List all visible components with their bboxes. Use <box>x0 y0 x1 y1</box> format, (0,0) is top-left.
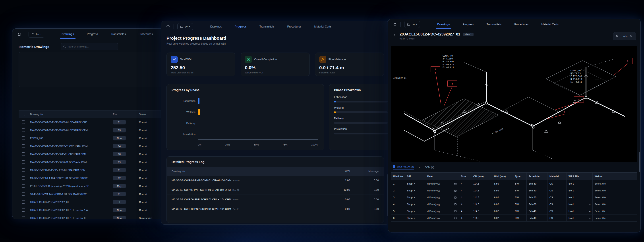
welder-select[interactable]: Select We <box>593 187 637 194</box>
close-icon[interactable]: × <box>418 166 420 169</box>
drawing-no-link[interactable]: 58-40-50 GMWA 145 NGDCv1 D1 G04 GWK0/TOW <box>30 193 113 195</box>
home-icon[interactable] <box>17 32 21 36</box>
scrollbar[interactable] <box>639 152 640 172</box>
od-cell: 114.3 <box>471 187 492 194</box>
sf-dropdown[interactable]: Shop▾ <box>407 210 415 212</box>
nav-tab[interactable]: Progress <box>463 19 474 30</box>
date-input[interactable]: dd/mm/yyyy <box>427 203 457 206</box>
nav-tab[interactable]: Procedures <box>514 19 528 30</box>
weld-flag[interactable]: 4 <box>560 109 570 115</box>
row-checkbox[interactable] <box>22 176 25 180</box>
nav-tab[interactable]: Transmittels <box>260 21 274 32</box>
nav-tab[interactable]: Material Certs <box>314 21 332 32</box>
search-input[interactable] <box>68 45 116 48</box>
tab-bom[interactable]: BOM (4) <box>424 166 434 169</box>
weld-flag[interactable]: 8 <box>574 96 584 102</box>
nav-tab[interactable]: Drawings <box>437 19 450 30</box>
welder-select[interactable]: Select We <box>593 201 637 208</box>
schedule-cell: Sch-80 <box>527 201 548 208</box>
row-checkbox[interactable] <box>22 192 25 196</box>
weld-row: 6 Shop▾ dd/mm/yyyy 4 114.3 6.02 BW Sch-4… <box>391 215 637 222</box>
drawing-no-link[interactable]: MA-36-SS-COM-30-P-BP-E0J0-01 CBC1/AIM CD… <box>30 153 113 156</box>
row-checkbox[interactable] <box>22 168 25 172</box>
date-input[interactable]: dd/mm/yyyy <box>427 182 457 185</box>
welder-select[interactable]: Select We <box>593 208 637 214</box>
drawing-no-link[interactable]: PD 01 GC-3500 O (operating) YE2 Regional… <box>30 185 113 187</box>
row-checkbox[interactable] <box>22 160 25 164</box>
nav-tab[interactable]: Progress <box>87 29 98 40</box>
date-input[interactable]: dd/mm/yyyy <box>427 196 457 199</box>
back-button[interactable] <box>392 33 396 37</box>
calendar-icon <box>454 203 457 206</box>
home-icon[interactable] <box>166 25 170 29</box>
row-checkbox[interactable] <box>22 200 25 204</box>
row-checkbox[interactable] <box>22 152 25 156</box>
select-all-checkbox[interactable] <box>22 113 25 116</box>
drawing-no-link[interactable]: MA-36-SS-COM-50-P-BP-01060-01 CDA1/ABK C… <box>30 121 113 124</box>
weld-row: 1 Shop▾ dd/mm/yyyy 4 114.3 8.56 BW Sch-8… <box>391 180 637 187</box>
folder-dropdown[interactable]: bo ▾ <box>28 31 44 38</box>
drawing-no-link[interactable]: 20JACL15U012-PDC-42390007_01_1_L_Iso No_… <box>30 209 113 211</box>
row-checkbox[interactable] <box>22 184 25 188</box>
sf-dropdown[interactable]: Shop▾ <box>407 189 415 192</box>
breakdown-track <box>334 111 388 113</box>
date-input[interactable]: dd/mm/yyyy <box>427 210 457 212</box>
drawing-no-link[interactable]: ML-36-SS-CPB-10-P-BP-LE00-81 BDA1/AIM OD… <box>30 169 113 171</box>
search-icon[interactable] <box>616 35 619 38</box>
sf-dropdown[interactable]: Shop▾ <box>407 196 415 199</box>
isometric-drawing-canvas[interactable]: COND. TO 2" LC350 N 282.891 E 100.670 EL… <box>391 46 637 162</box>
nav-tab[interactable]: Transmittels <box>486 19 502 30</box>
nav-tab[interactable]: Material Certs <box>541 19 558 30</box>
remove-wps-button[interactable]: – <box>589 217 590 219</box>
nav-tab[interactable]: Transmittles <box>111 29 126 40</box>
welder-select[interactable]: Select We <box>593 194 637 201</box>
nav-tab[interactable]: Drawings <box>210 21 222 32</box>
phase-breakdown-card: Phase Breakdown Fabrication Welding Deli… <box>329 84 390 150</box>
tab-wdi[interactable]: WDI (61.00.11) <box>393 165 414 169</box>
folder-dropdown[interactable]: by ▾ <box>177 23 193 30</box>
nav-tab[interactable]: Drawings <box>62 29 74 40</box>
welder-select[interactable]: Select We <box>593 180 637 187</box>
row-checkbox[interactable] <box>22 144 25 148</box>
weld-flag[interactable]: 5 <box>448 80 457 86</box>
row-checkbox[interactable] <box>22 216 25 219</box>
date-input[interactable]: dd/mm/yyyy <box>427 217 457 219</box>
sf-dropdown[interactable]: Shop▾ <box>407 203 415 206</box>
welder-select[interactable]: Select We <box>593 215 637 221</box>
row-checkbox[interactable] <box>22 120 25 124</box>
wall-cell: 8.56 <box>492 180 513 187</box>
nav-tab[interactable]: Procedures <box>287 21 302 32</box>
row-checkbox[interactable] <box>22 137 25 140</box>
folder-dropdown[interactable]: bo ▾ <box>404 21 420 28</box>
drawing-no-link[interactable]: MA-36-SS-COM-30-P-BP-E6R0-01 DBC1/AIM CD… <box>30 161 113 164</box>
weld-no-cell: 3 <box>391 194 405 201</box>
home-icon[interactable] <box>393 22 397 26</box>
weld-flag[interactable]: 1 <box>623 58 632 64</box>
remove-wps-button[interactable]: – <box>589 203 590 206</box>
row-checkbox[interactable] <box>22 129 25 132</box>
undo-button[interactable]: Undo <box>622 35 628 38</box>
zoom-reset-icon[interactable] <box>630 35 633 38</box>
sf-dropdown[interactable]: Shop▾ <box>407 217 415 219</box>
size-cell: 4 <box>459 215 471 221</box>
weld-flag[interactable]: 1 <box>430 66 440 72</box>
row-checkbox[interactable] <box>22 208 25 212</box>
drawing-no-link[interactable]: ML-36-SB-CPMLA 104 GBD011-91 GRV/0WL0/TO… <box>30 177 113 179</box>
wdi-value: 0.00 <box>326 198 350 201</box>
nav-tab[interactable]: Procedures <box>138 29 153 40</box>
rev-cell: 09 <box>113 160 139 164</box>
remove-wps-button[interactable]: – <box>589 196 590 199</box>
drawing-no-link[interactable]: MA-36-SS-COM-50-P-BP-01060-01 CDS1/ABK C… <box>30 129 113 132</box>
search-box[interactable] <box>61 43 118 50</box>
drawing-no-link[interactable]: 20JACL15U012-PDC-42392027_01 <box>30 201 113 203</box>
remove-wps-button[interactable]: – <box>589 189 590 192</box>
drawing-no-link[interactable]: ESP03_L08 <box>30 137 113 140</box>
date-input[interactable]: dd/mm/yyyy <box>427 189 457 192</box>
sf-dropdown[interactable]: Shop▾ <box>407 182 415 185</box>
remove-wps-button[interactable]: – <box>589 182 590 185</box>
remove-wps-button[interactable]: – <box>589 210 590 212</box>
drawing-no-link[interactable]: MA-36-SS-COM-30-P-BP-0GR0-01 CCC1/ABK CD… <box>30 145 113 148</box>
drawing-no-link[interactable]: 20JACL15U012-PDC-42390007_01_1_L_Iso No_… <box>30 217 113 219</box>
type-cell: BW <box>513 194 527 201</box>
nav-tab[interactable]: Progress <box>235 21 246 32</box>
